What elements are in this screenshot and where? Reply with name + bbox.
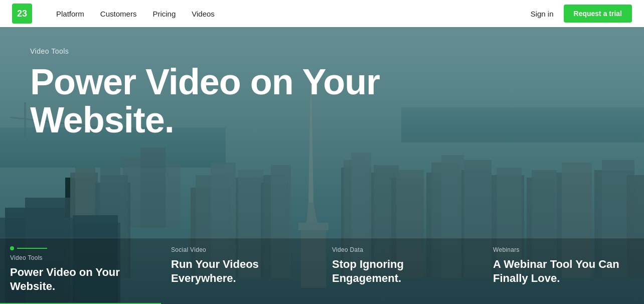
nav-right: Sign in Request a trial bbox=[531, 5, 632, 23]
card-category-1: Social Video bbox=[171, 246, 312, 253]
card-category-2: Video Data bbox=[332, 246, 473, 253]
nav-links: Platform Customers Pricing Videos bbox=[56, 10, 531, 18]
brand-logo[interactable]: 23 bbox=[12, 4, 32, 24]
request-trial-button[interactable]: Request a trial bbox=[564, 5, 632, 23]
nav-customers[interactable]: Customers bbox=[100, 10, 137, 18]
active-dot bbox=[10, 246, 14, 250]
hero-card-social-video[interactable]: Social Video Run Your Videos Everywhere. bbox=[161, 238, 322, 304]
sign-in-link[interactable]: Sign in bbox=[531, 10, 554, 18]
active-indicator bbox=[10, 246, 151, 250]
card-title-0: Power Video on Your Website. bbox=[10, 265, 151, 293]
hero-card-webinars[interactable]: Webinars A Webinar Tool You Can Finally … bbox=[483, 238, 644, 304]
nav-videos[interactable]: Videos bbox=[192, 10, 215, 18]
card-title-1: Run Your Videos Everywhere. bbox=[171, 257, 312, 285]
nav-platform[interactable]: Platform bbox=[56, 10, 84, 18]
hero-section: Video Tools Power Video on Your Website.… bbox=[0, 27, 644, 304]
hero-eyebrow: Video Tools bbox=[30, 47, 614, 55]
card-title-2: Stop Ignoring Engagement. bbox=[332, 257, 473, 285]
navbar: 23 Platform Customers Pricing Videos Sig… bbox=[0, 0, 644, 27]
card-category-0: Video Tools bbox=[10, 254, 151, 261]
hero-card-video-data[interactable]: Video Data Stop Ignoring Engagement. bbox=[322, 238, 483, 304]
card-title-3: A Webinar Tool You Can Finally Love. bbox=[493, 257, 634, 285]
nav-pricing[interactable]: Pricing bbox=[152, 10, 176, 18]
hero-cards: Video Tools Power Video on Your Website.… bbox=[0, 238, 644, 304]
card-category-3: Webinars bbox=[493, 246, 634, 253]
active-line bbox=[17, 248, 47, 249]
hero-card-video-tools[interactable]: Video Tools Power Video on Your Website. bbox=[0, 238, 161, 304]
hero-title: Power Video on Your Website. bbox=[30, 63, 381, 139]
